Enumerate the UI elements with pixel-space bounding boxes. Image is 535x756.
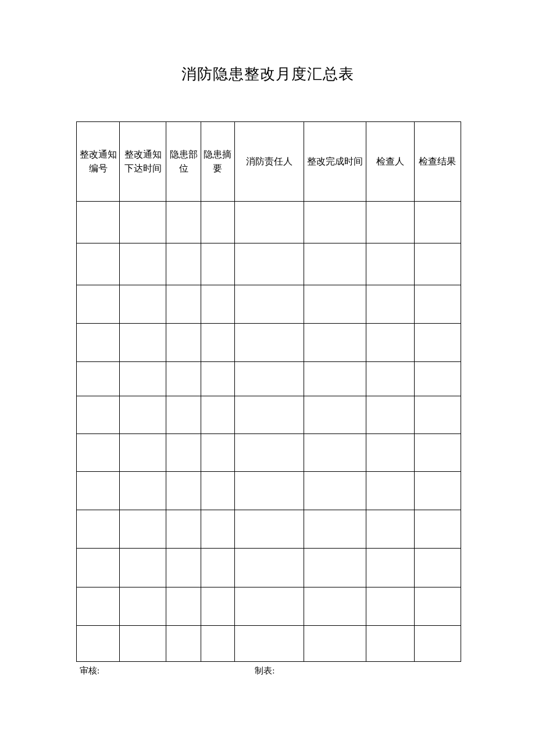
cell[interactable] <box>77 472 120 510</box>
cell[interactable] <box>234 510 304 549</box>
cell[interactable] <box>366 626 414 662</box>
cell[interactable] <box>77 510 120 549</box>
cell[interactable] <box>201 472 235 510</box>
cell[interactable] <box>166 243 201 285</box>
cell[interactable] <box>234 626 304 662</box>
cell[interactable] <box>201 626 235 662</box>
cell[interactable] <box>234 549 304 587</box>
cell[interactable] <box>166 324 201 362</box>
cell[interactable] <box>304 285 366 324</box>
cell[interactable] <box>166 510 201 549</box>
cell[interactable] <box>77 324 120 362</box>
cell[interactable] <box>166 549 201 587</box>
cell[interactable] <box>414 362 461 396</box>
cell[interactable] <box>414 434 461 472</box>
cell[interactable] <box>414 587 461 626</box>
cell[interactable] <box>414 510 461 549</box>
cell[interactable] <box>166 396 201 434</box>
cell[interactable] <box>77 285 120 324</box>
cell[interactable] <box>120 285 166 324</box>
cell[interactable] <box>120 362 166 396</box>
cell[interactable] <box>414 472 461 510</box>
cell[interactable] <box>366 549 414 587</box>
cell[interactable] <box>77 434 120 472</box>
cell[interactable] <box>201 243 235 285</box>
cell[interactable] <box>120 549 166 587</box>
cell[interactable] <box>234 472 304 510</box>
cell[interactable] <box>201 285 235 324</box>
cell[interactable] <box>77 549 120 587</box>
cell[interactable] <box>414 626 461 662</box>
cell[interactable] <box>234 202 304 243</box>
cell[interactable] <box>304 324 366 362</box>
col-header-inspector: 检查人 <box>366 122 414 202</box>
cell[interactable] <box>234 324 304 362</box>
cell[interactable] <box>366 285 414 324</box>
cell[interactable] <box>366 510 414 549</box>
cell[interactable] <box>366 472 414 510</box>
cell[interactable] <box>77 587 120 626</box>
review-label: 审核: <box>80 665 99 676</box>
cell[interactable] <box>120 510 166 549</box>
cell[interactable] <box>120 626 166 662</box>
cell[interactable] <box>304 434 366 472</box>
cell[interactable] <box>366 587 414 626</box>
cell[interactable] <box>366 324 414 362</box>
cell[interactable] <box>414 324 461 362</box>
cell[interactable] <box>366 243 414 285</box>
cell[interactable] <box>234 285 304 324</box>
cell[interactable] <box>201 362 235 396</box>
cell[interactable] <box>120 587 166 626</box>
cell[interactable] <box>201 324 235 362</box>
cell[interactable] <box>201 549 235 587</box>
cell[interactable] <box>304 362 366 396</box>
cell[interactable] <box>166 472 201 510</box>
cell[interactable] <box>304 626 366 662</box>
cell[interactable] <box>234 587 304 626</box>
cell[interactable] <box>77 626 120 662</box>
cell[interactable] <box>166 362 201 396</box>
cell[interactable] <box>366 434 414 472</box>
cell[interactable] <box>120 202 166 243</box>
cell[interactable] <box>304 510 366 549</box>
cell[interactable] <box>304 396 366 434</box>
cell[interactable] <box>304 472 366 510</box>
cell[interactable] <box>166 202 201 243</box>
cell[interactable] <box>77 243 120 285</box>
cell[interactable] <box>201 434 235 472</box>
cell[interactable] <box>366 362 414 396</box>
cell[interactable] <box>414 285 461 324</box>
cell[interactable] <box>201 396 235 434</box>
table-row <box>77 396 461 434</box>
cell[interactable] <box>304 587 366 626</box>
cell[interactable] <box>77 362 120 396</box>
cell[interactable] <box>77 202 120 243</box>
cell[interactable] <box>366 202 414 243</box>
cell[interactable] <box>166 285 201 324</box>
cell[interactable] <box>201 202 235 243</box>
cell[interactable] <box>120 396 166 434</box>
cell[interactable] <box>304 243 366 285</box>
cell[interactable] <box>414 396 461 434</box>
cell[interactable] <box>120 434 166 472</box>
cell[interactable] <box>414 202 461 243</box>
cell[interactable] <box>166 434 201 472</box>
cell[interactable] <box>414 549 461 587</box>
cell[interactable] <box>166 587 201 626</box>
cell[interactable] <box>304 549 366 587</box>
cell[interactable] <box>304 202 366 243</box>
cell[interactable] <box>120 324 166 362</box>
cell[interactable] <box>120 472 166 510</box>
cell[interactable] <box>414 243 461 285</box>
cell[interactable] <box>234 362 304 396</box>
cell[interactable] <box>366 396 414 434</box>
cell[interactable] <box>120 243 166 285</box>
cell[interactable] <box>166 626 201 662</box>
cell[interactable] <box>77 396 120 434</box>
cell[interactable] <box>234 243 304 285</box>
cell[interactable] <box>234 396 304 434</box>
cell[interactable] <box>201 510 235 549</box>
cell[interactable] <box>234 434 304 472</box>
cell[interactable] <box>201 587 235 626</box>
table-row <box>77 549 461 587</box>
